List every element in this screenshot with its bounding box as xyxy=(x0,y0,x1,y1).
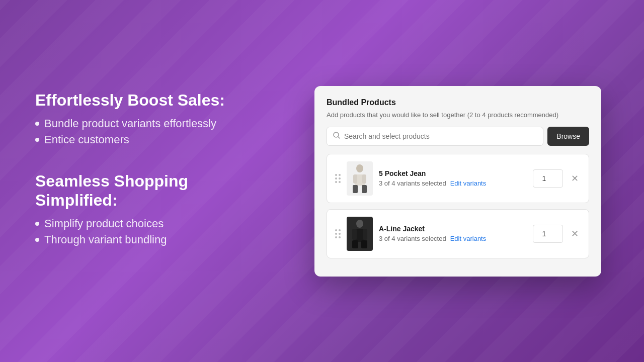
bullet-text: Simplify product choices xyxy=(44,217,164,230)
drag-dot xyxy=(335,233,337,235)
drag-dot xyxy=(335,229,337,231)
drag-dot xyxy=(335,236,337,238)
product-card-0: 5 Pocket Jean 3 of 4 variants selected E… xyxy=(327,154,589,203)
bullet-text: Through variant bundling xyxy=(44,233,167,246)
section2-title: Seamless Shopping Simplified: xyxy=(35,171,262,210)
drag-dot xyxy=(335,181,337,183)
quantity-input-0[interactable] xyxy=(533,169,563,188)
svg-rect-12 xyxy=(352,229,357,240)
drag-dot xyxy=(339,177,341,179)
section2-bullets: Simplify product choices Through variant… xyxy=(35,217,262,246)
drag-dot xyxy=(339,229,341,231)
drag-dot xyxy=(339,181,341,183)
svg-rect-5 xyxy=(362,185,367,193)
quantity-input-1[interactable] xyxy=(533,225,563,243)
bullet-text: Entice customers xyxy=(44,133,129,146)
product-name-0: 5 Pocket Jean xyxy=(379,169,527,177)
remove-button-0[interactable]: ✕ xyxy=(569,172,581,185)
right-panel: Bundled Products Add products that you w… xyxy=(292,66,644,297)
drag-dot xyxy=(335,177,337,179)
svg-rect-13 xyxy=(363,229,367,240)
svg-point-8 xyxy=(356,220,363,228)
drag-dot xyxy=(339,233,341,235)
card-subtitle: Add products that you would like to sell… xyxy=(327,111,589,119)
bullet-item: Entice customers xyxy=(35,133,262,146)
product-image-1 xyxy=(347,217,373,251)
bullet-dot xyxy=(35,138,39,142)
svg-rect-4 xyxy=(353,185,358,193)
product-thumbnail-0 xyxy=(350,163,370,194)
search-input-wrapper[interactable] xyxy=(327,127,543,146)
drag-dot xyxy=(335,174,337,176)
product-thumbnail-1 xyxy=(350,219,370,249)
svg-rect-6 xyxy=(353,174,357,184)
remove-button-1[interactable]: ✕ xyxy=(569,227,581,240)
product-info-0: 5 Pocket Jean 3 of 4 variants selected E… xyxy=(379,169,527,187)
bundled-products-card: Bundled Products Add products that you w… xyxy=(314,86,601,277)
svg-rect-7 xyxy=(362,174,366,184)
product-variants-0: 3 of 4 variants selected Edit variants xyxy=(379,179,527,187)
page-layout: Effortlessly Boost Sales: Bundle product… xyxy=(0,0,644,362)
card-title: Bundled Products xyxy=(327,98,589,107)
svg-rect-10 xyxy=(352,240,358,248)
drag-dot xyxy=(339,236,341,238)
bullet-item: Through variant bundling xyxy=(35,233,262,246)
variants-text-1: 3 of 4 variants selected xyxy=(379,235,446,242)
svg-point-2 xyxy=(356,164,363,172)
search-input[interactable] xyxy=(344,127,537,145)
section1-title: Effortlessly Boost Sales: xyxy=(35,90,262,110)
search-icon xyxy=(333,132,340,141)
product-variants-1: 3 of 4 variants selected Edit variants xyxy=(379,235,527,242)
drag-handle-0[interactable] xyxy=(335,174,341,183)
section1-bullets: Bundle product variants effortlessly Ent… xyxy=(35,117,262,146)
svg-line-1 xyxy=(338,137,340,138)
bullet-item: Bundle product variants effortlessly xyxy=(35,117,262,130)
bullet-text: Bundle product variants effortlessly xyxy=(44,117,216,130)
edit-variants-link-1[interactable]: Edit variants xyxy=(450,235,487,242)
product-image-0 xyxy=(347,161,373,196)
product-name-1: A-Line Jacket xyxy=(379,225,527,233)
drag-handle-1[interactable] xyxy=(335,229,341,238)
variants-text-0: 3 of 4 variants selected xyxy=(379,179,446,187)
edit-variants-link-0[interactable]: Edit variants xyxy=(450,179,487,187)
product-card-1: A-Line Jacket 3 of 4 variants selected E… xyxy=(327,209,589,258)
svg-rect-11 xyxy=(361,240,367,248)
bullet-dot xyxy=(35,238,39,242)
left-panel: Effortlessly Boost Sales: Bundle product… xyxy=(0,60,292,301)
browse-button[interactable]: Browse xyxy=(547,127,589,146)
search-row: Browse xyxy=(327,127,589,146)
drag-dot xyxy=(339,174,341,176)
bullet-dot xyxy=(35,222,39,226)
bullet-item: Simplify product choices xyxy=(35,217,262,230)
bullet-dot xyxy=(35,122,39,126)
product-info-1: A-Line Jacket 3 of 4 variants selected E… xyxy=(379,225,527,242)
